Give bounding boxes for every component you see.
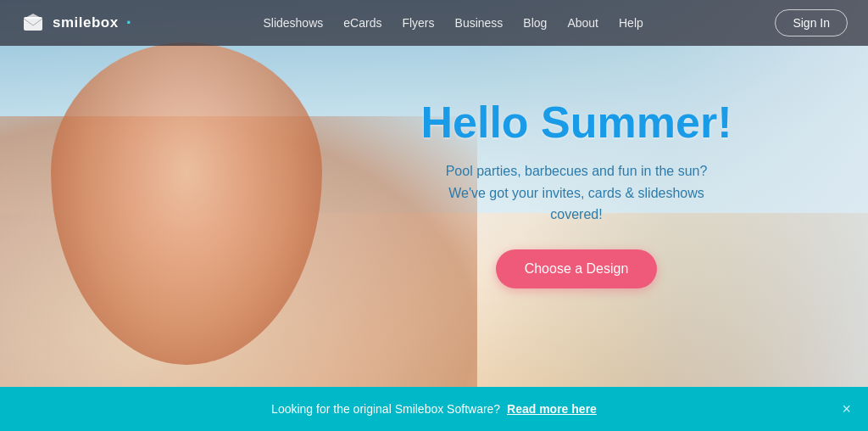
brand-name: smilebox — [53, 14, 119, 31]
nav-item-help[interactable]: Help — [619, 15, 643, 31]
nav-item-slideshows[interactable]: Slideshows — [263, 15, 323, 31]
banner-close-button[interactable]: × — [842, 401, 851, 417]
nav-item-about[interactable]: About — [567, 15, 598, 31]
nav-link-business[interactable]: Business — [455, 16, 504, 30]
nav-item-ecards[interactable]: eCards — [343, 15, 381, 31]
hero-content: Hello Summer! Pool parties, barbecues an… — [398, 98, 754, 288]
nav-link-blog[interactable]: Blog — [523, 16, 547, 30]
hero-subtitle: Pool parties, barbecues and fun in the s… — [398, 160, 754, 226]
nav-links: Slideshows eCards Flyers Business Blog A… — [263, 15, 643, 31]
nav-item-business[interactable]: Business — [455, 15, 504, 31]
nav-item-flyers[interactable]: Flyers — [402, 15, 434, 31]
nav-item-blog[interactable]: Blog — [523, 15, 547, 31]
nav-link-ecards[interactable]: eCards — [343, 16, 381, 30]
banner-link[interactable]: Read more here — [507, 402, 597, 416]
logo[interactable]: smilebox· — [20, 10, 131, 36]
nav-link-slideshows[interactable]: Slideshows — [263, 16, 323, 30]
signin-button[interactable]: Sign In — [775, 9, 848, 36]
nav-link-about[interactable]: About — [567, 16, 598, 30]
banner-text: Looking for the original Smilebox Softwa… — [271, 402, 597, 416]
nav-link-flyers[interactable]: Flyers — [402, 16, 434, 30]
hero-title: Hello Summer! — [398, 98, 754, 147]
navbar: smilebox· Slideshows eCards Flyers Busin… — [0, 0, 868, 46]
bottom-banner: Looking for the original Smilebox Softwa… — [0, 387, 868, 431]
svg-rect-0 — [24, 17, 42, 31]
svg-marker-1 — [24, 14, 42, 19]
logo-icon — [20, 10, 46, 36]
choose-design-button[interactable]: Choose a Design — [496, 249, 658, 288]
hero-section: Hello Summer! Pool parties, barbecues an… — [0, 0, 868, 387]
nav-link-help[interactable]: Help — [619, 16, 643, 30]
